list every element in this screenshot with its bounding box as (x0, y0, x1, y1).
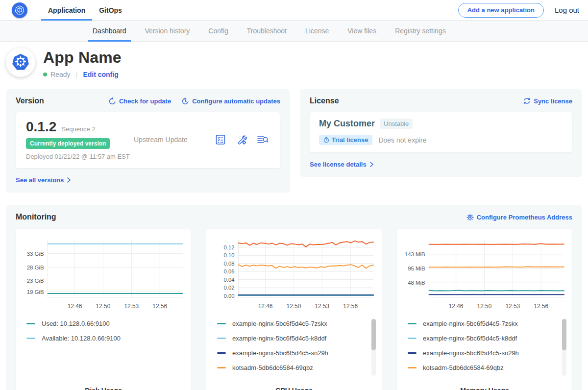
add-application-button[interactable]: Add a new application (458, 3, 544, 18)
chart-title: Disk Usage (20, 381, 187, 390)
disk-usage-chart-card: 33 GiB28 GiB23 GiB19 GiB12:4612:5012:531… (16, 229, 191, 390)
logout-link[interactable]: Log out (555, 6, 579, 14)
app-avatar (6, 48, 35, 77)
edit-config-link[interactable]: Edit config (83, 71, 118, 78)
configure-prometheus-label: Configure Prometheus Address (477, 214, 572, 221)
svg-text:143 MiB: 143 MiB (405, 251, 425, 257)
tab-dashboard-label: Dashboard (93, 27, 126, 35)
tab-config-label: Config (208, 27, 228, 35)
monitoring-title: Monitoring (16, 213, 56, 221)
page-title: App Name (43, 49, 122, 67)
preflight-checklist-icon[interactable] (214, 133, 227, 146)
chart-title: Memory Usage (401, 381, 568, 390)
legend-color-dash (408, 323, 416, 324)
legend-scrollbar[interactable] (371, 319, 376, 376)
chevron-right-icon (67, 177, 71, 183)
legend-label: example-nginx-5bc6f5d4c5-7zskx (423, 320, 518, 327)
disk-usage-chart[interactable]: 33 GiB28 GiB23 GiB19 GiB12:4612:5012:531… (20, 235, 187, 312)
tab-license[interactable]: License (296, 21, 338, 41)
sync-license-link[interactable]: Sync license (523, 98, 572, 105)
legend-label: example-nginx-5bc6f5d4c5-sn29h (232, 349, 328, 357)
legend-scrollbar-thumb[interactable] (371, 319, 376, 350)
sync-arrows-icon (523, 98, 531, 104)
legend-color-dash (217, 352, 226, 354)
configure-automatic-updates-link[interactable]: Configure automatic updates (182, 98, 280, 105)
svg-text:23 GiB: 23 GiB (27, 278, 44, 284)
app-logo[interactable] (12, 0, 27, 20)
channel-badge: Unstable (380, 119, 413, 129)
tab-troubleshoot-label: Troubleshoot (247, 27, 287, 35)
tab-version-history-label: Version history (145, 27, 190, 35)
svg-text:12:56: 12:56 (534, 303, 548, 310)
see-all-versions-link[interactable]: See all versions (16, 176, 71, 184)
svg-text:12:56: 12:56 (343, 303, 358, 310)
legend-item: kotsadm-5db6dc6584-69qbz (408, 364, 560, 371)
refresh-icon (109, 98, 116, 105)
legend-color-dash (217, 367, 226, 368)
version-source-label: Upstream Update (134, 136, 214, 144)
chevron-right-icon (369, 162, 374, 167)
svg-text:12:46: 12:46 (68, 303, 82, 310)
tab-dashboard[interactable]: Dashboard (83, 21, 136, 41)
legend-color-dash (408, 338, 416, 339)
legend-label: kotsadm-5db6dc6584-69qbz (423, 364, 504, 371)
trial-license-label: Trial license (332, 136, 368, 144)
tab-application-label: Application (48, 6, 85, 14)
svg-text:12:46: 12:46 (449, 303, 464, 310)
memory-usage-chart[interactable]: 143 MiB95 MiB48 MiB12:4612:5012:5312:56 (401, 235, 568, 312)
tab-registry-settings[interactable]: Registry settings (386, 21, 455, 41)
legend-scrollbar[interactable] (562, 319, 566, 376)
see-license-details-label: See license details (310, 161, 367, 168)
see-all-versions-label: See all versions (16, 176, 64, 184)
svg-text:0.00: 0.00 (223, 293, 234, 299)
memory-usage-legend: example-nginx-5bc6f5d4c5-7zskxexample-ng… (401, 319, 568, 381)
status-badge: Ready (50, 71, 70, 78)
legend-item: Available: 10.128.0.66:9100 (26, 335, 178, 342)
app-header: App Name Ready | Edit config (0, 42, 588, 86)
tab-view-files[interactable]: View files (338, 21, 386, 41)
legend-item: Used: 10.128.0.66:9100 (26, 320, 178, 327)
sync-license-label: Sync license (534, 98, 572, 105)
deployed-timestamp: Deployed 01/21/22 @ 11:57 am EST (26, 153, 134, 160)
legend-label: example-nginx-5bc6f5d4c5-k8ddf (232, 335, 326, 342)
view-diff-files-icon[interactable] (256, 133, 269, 146)
legend-color-dash (26, 338, 35, 339)
disk-usage-legend: Used: 10.128.0.66:9100Available: 10.128.… (20, 319, 187, 381)
legend-label: kotsadm-5db6dc6584-69qbz (232, 364, 313, 371)
tab-troubleshoot[interactable]: Troubleshoot (238, 21, 296, 41)
svg-text:33 GiB: 33 GiB (27, 251, 44, 257)
svg-text:95 MiB: 95 MiB (408, 266, 425, 271)
trial-license-badge: Trial license (319, 135, 372, 145)
tab-gitops[interactable]: GitOps (92, 0, 129, 20)
tab-version-history[interactable]: Version history (136, 21, 199, 41)
top-nav: Application GitOps Add a new application… (0, 0, 588, 21)
svg-text:12:46: 12:46 (258, 303, 273, 310)
version-card-title: Version (16, 97, 44, 105)
tab-application[interactable]: Application (41, 0, 92, 20)
sequence-label: Sequence 2 (61, 125, 95, 133)
legend-scrollbar-thumb[interactable] (562, 319, 566, 350)
tab-config[interactable]: Config (199, 21, 237, 41)
legend-item: example-nginx-5bc6f5d4c5-k8ddf (217, 335, 369, 342)
legend-item: example-nginx-5bc6f5d4c5-sn29h (408, 349, 560, 357)
check-for-update-link[interactable]: Check for update (109, 98, 171, 105)
svg-text:12:53: 12:53 (124, 303, 139, 310)
svg-text:0.10: 0.10 (223, 252, 234, 258)
legend-color-dash (217, 323, 226, 324)
clock-refresh-icon (182, 98, 189, 105)
see-license-details-link[interactable]: See license details (310, 161, 374, 168)
legend-label: Used: 10.128.0.66:9100 (42, 320, 110, 327)
configure-prometheus-link[interactable]: Configure Prometheus Address (466, 214, 572, 221)
version-card: Version Check for update Configure autom… (6, 89, 290, 193)
cpu-usage-chart[interactable]: 0.120.100.080.060.040.020.0012:4612:5012… (210, 235, 378, 312)
chart-title: CPU Usage (210, 381, 378, 390)
configure-automatic-updates-label: Configure automatic updates (192, 98, 280, 105)
svg-text:12:50: 12:50 (477, 303, 492, 310)
cpu-usage-legend: example-nginx-5bc6f5d4c5-7zskxexample-ng… (210, 319, 378, 381)
legend-item: example-nginx-5bc6f5d4c5-7zskx (408, 320, 560, 327)
config-wrench-icon[interactable] (235, 133, 248, 146)
svg-text:12:50: 12:50 (96, 303, 111, 310)
svg-text:0.02: 0.02 (223, 285, 234, 291)
svg-text:0.12: 0.12 (223, 244, 234, 250)
tab-view-files-label: View files (347, 27, 376, 35)
